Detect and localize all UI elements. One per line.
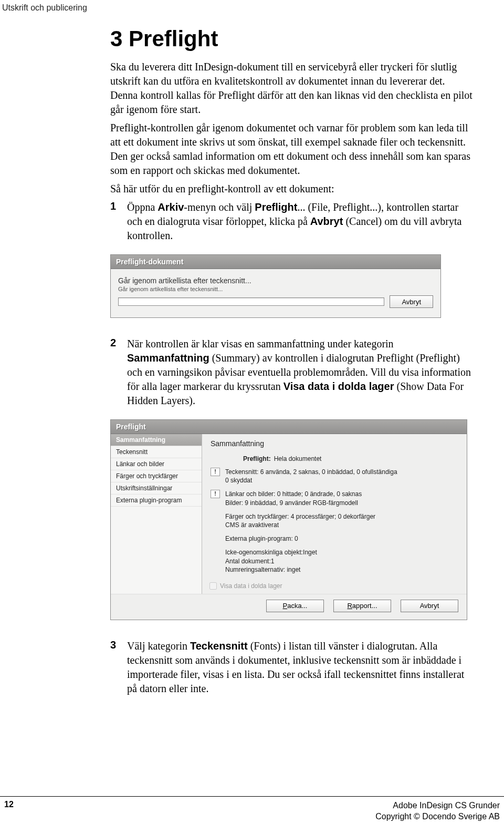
- page-header: Utskrift och publicering: [0, 0, 504, 13]
- step-1-number: 1: [110, 200, 122, 243]
- preflight-summary-dialog: Preflight Sammanfattning Teckensnitt Län…: [110, 419, 467, 620]
- footer-right: Adobe InDesign CS Grunder Copyright © Do…: [375, 800, 500, 822]
- step-3: 3 Välj kategorin Teckensnitt (Fonts) i l…: [110, 639, 472, 696]
- dialog2-footer: Packa... Rapport... Avbryt: [111, 594, 467, 620]
- preflight-scope-value: Hela dokumentet: [274, 455, 322, 462]
- sidebar-item-fonts[interactable]: Teckensnitt: [111, 446, 202, 458]
- sidebar-item-print[interactable]: Utskriftsinställningar: [111, 482, 202, 495]
- cancel-button[interactable]: Avbryt: [390, 295, 433, 308]
- dialog1-body: Går igenom artikellista efter teckensnit…: [111, 269, 440, 317]
- report-button[interactable]: Rapport...: [333, 600, 391, 612]
- dialog1-status-sub: Går igenom artikellista efter teckensnit…: [118, 286, 433, 292]
- category-sidebar: Sammanfattning Teckensnitt Länkar och bi…: [111, 434, 202, 594]
- paragraph-3: Så här utför du en preflight-kontroll av…: [110, 182, 472, 196]
- footer-copyright: Copyright © Docendo Sverige AB: [375, 811, 500, 822]
- links-summary-line2: Bilder: 9 inbäddad, 9 använder RGB-färgm…: [225, 499, 362, 507]
- links-summary-line1: Länkar och bilder: 0 hittade; 0 ändrade,…: [225, 490, 362, 498]
- step-1-body: Öppna Arkiv-menyn och välj Preflight... …: [127, 200, 472, 243]
- colors-summary-line1: Färger och tryckfärger: 4 processfärger;…: [225, 512, 458, 521]
- sidebar-item-links[interactable]: Länkar och bilder: [111, 458, 202, 470]
- sidebar-item-plugins[interactable]: Externa plugin-program: [111, 495, 202, 507]
- fonts-summary-line2: 0 skyddat: [225, 476, 397, 485]
- sidebar-item-summary[interactable]: Sammanfattning: [111, 434, 202, 446]
- sidebar-item-colors[interactable]: Färger och tryckfärger: [111, 470, 202, 482]
- plugins-summary: Externa plugin-program: 0: [225, 534, 458, 543]
- page-footer: 12 Adobe InDesign CS Grunder Copyright ©…: [0, 796, 504, 822]
- progress-bar: [118, 297, 384, 306]
- warning-icon: [211, 468, 220, 476]
- summary-panel: Sammanfattning Preflight: Hela dokumente…: [202, 434, 467, 594]
- dialog1-status-main: Går igenom artikellista efter teckensnit…: [118, 276, 433, 285]
- paragraph-2: Preflight-kontrollen går igenom dokument…: [110, 121, 472, 178]
- header-title: Utskrift och publicering: [2, 3, 87, 12]
- warning-icon: [211, 490, 220, 498]
- colors-summary-line2: CMS är avaktiverat: [225, 521, 458, 529]
- doc-count-summary: Antal dokument:1: [225, 557, 458, 565]
- section-heading: 3 Preflight: [110, 26, 472, 52]
- cancel-button-2[interactable]: Avbryt: [401, 600, 458, 612]
- step-2-number: 2: [110, 337, 122, 408]
- preflight-progress-dialog: Preflight-dokument Går igenom artikellis…: [110, 254, 441, 318]
- opacity-summary: Icke-ogenomskinliga objekt:Inget: [225, 548, 458, 557]
- paragraph-1: Ska du leverera ditt InDesign-dokument t…: [110, 60, 472, 117]
- step-2-body: När kontrollen är klar visas en sammanfa…: [127, 337, 472, 408]
- preflight-scope: Preflight: Hela dokumentet: [243, 455, 458, 462]
- summary-title: Sammanfattning: [211, 439, 458, 448]
- main-content: 3 Preflight Ska du leverera ditt InDesig…: [110, 26, 472, 707]
- package-button[interactable]: Packa...: [266, 600, 324, 612]
- links-warning-row: Länkar och bilder: 0 hittade; 0 ändrade,…: [211, 490, 458, 507]
- show-hidden-layers-checkbox[interactable]: Visa data i dolda lager: [209, 582, 458, 590]
- preflight-scope-label: Preflight:: [243, 455, 271, 462]
- footer-title: Adobe InDesign CS Grunder: [375, 800, 500, 811]
- fonts-warning-row: Teckensnitt: 6 använda, 2 saknas, 0 inbä…: [211, 468, 458, 485]
- step-3-number: 3: [110, 639, 122, 696]
- step-2: 2 När kontrollen är klar visas en samman…: [110, 337, 472, 408]
- page-number: 12: [4, 800, 14, 822]
- body-text: Ska du leverera ditt InDesign-dokument t…: [110, 60, 472, 196]
- dialog1-titlebar: Preflight-dokument: [111, 255, 440, 269]
- step-1: 1 Öppna Arkiv-menyn och välj Preflight..…: [110, 200, 472, 243]
- dialog2-titlebar: Preflight: [111, 420, 467, 434]
- show-hidden-layers-label: Visa data i dolda lager: [220, 582, 282, 590]
- dialog2-body: Sammanfattning Teckensnitt Länkar och bi…: [111, 434, 467, 594]
- show-hidden-layers-input[interactable]: [209, 582, 217, 590]
- fonts-summary-line1: Teckensnitt: 6 använda, 2 saknas, 0 inbä…: [225, 468, 397, 476]
- numbering-summary: Numreringsalternativ: inget: [225, 565, 458, 574]
- step-3-body: Välj kategorin Teckensnitt (Fonts) i lis…: [127, 639, 472, 696]
